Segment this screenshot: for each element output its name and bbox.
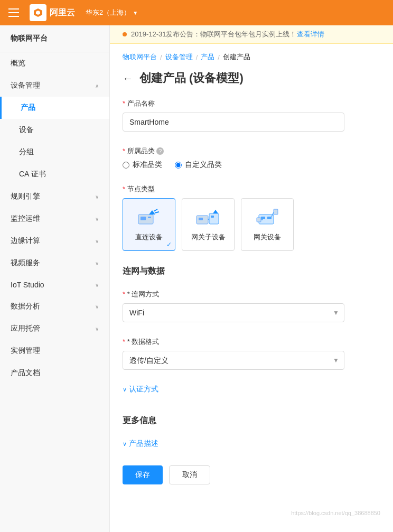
region-selector[interactable]: 华东2（上海） ▼ xyxy=(86,8,138,17)
hamburger-menu[interactable] xyxy=(8,5,23,20)
svg-rect-15 xyxy=(274,209,278,214)
breadcrumb-iot[interactable]: 物联网平台 xyxy=(123,52,157,62)
category-standard-text: 标准品类 xyxy=(133,160,162,170)
breadcrumb-products[interactable]: 产品 xyxy=(201,52,214,62)
breadcrumb-current: 创建产品 xyxy=(223,52,250,62)
breadcrumb: 物联网平台 / 设备管理 / 产品 / 创建产品 xyxy=(123,52,380,62)
gateway-device-icon xyxy=(255,207,280,228)
sidebar-item-product-docs[interactable]: 产品文档 xyxy=(0,362,109,384)
product-name-section: 产品名称 xyxy=(123,99,380,132)
connect-method-select-wrapper: WiFi 以太网 蜂窝(2G/3G/4G) LoRaWAN 其他 ▼ xyxy=(123,303,344,322)
logo-icon xyxy=(30,4,46,21)
category-label: 所属品类 ? xyxy=(123,146,380,156)
category-radio-group: 标准品类 自定义品类 xyxy=(123,160,380,170)
sidebar-item-edge-computing[interactable]: 边缘计算 ∨ xyxy=(0,230,109,252)
connect-method-select[interactable]: WiFi 以太网 蜂窝(2G/3G/4G) LoRaWAN 其他 xyxy=(123,303,344,322)
sidebar-item-groups[interactable]: 分组 xyxy=(0,141,109,163)
node-card-direct[interactable]: 直连设备 xyxy=(123,198,175,251)
category-custom-text: 自定义品类 xyxy=(185,160,222,170)
sidebar-item-device-management[interactable]: 设备管理 ∧ xyxy=(0,74,109,97)
region-dropdown-arrow: ▼ xyxy=(133,10,138,16)
main-layout: 物联网平台 概览 设备管理 ∧ 产品 设备 分组 CA 证书 规则引擎 ∨ xyxy=(0,25,393,532)
node-type-section: 节点类型 直连设备 xyxy=(123,184,380,251)
node-type-label: 节点类型 xyxy=(123,184,380,194)
sidebar-item-devices[interactable]: 设备 xyxy=(0,119,109,141)
device-management-chevron: ∧ xyxy=(95,83,99,89)
auth-method-chevron-icon: ∨ xyxy=(123,386,127,393)
category-help-icon[interactable]: ? xyxy=(156,147,164,155)
more-info-title: 更多信息 xyxy=(123,415,380,431)
gateway-sub-device-icon xyxy=(195,207,221,228)
node-card-gateway-sub[interactable]: 网关子设备 xyxy=(182,198,235,251)
page-title-row: ← 创建产品 (设备模型) xyxy=(123,70,380,86)
breadcrumb-sep-3: / xyxy=(218,53,220,61)
auth-method-collapse[interactable]: ∨ 认证方式 xyxy=(123,385,380,394)
category-custom-label[interactable]: 自定义品类 xyxy=(175,160,222,170)
sidebar-item-instance-mgmt[interactable]: 实例管理 xyxy=(0,340,109,362)
direct-device-label: 直连设备 xyxy=(135,232,163,242)
node-card-gateway[interactable]: 网关设备 xyxy=(241,198,294,251)
sidebar-item-ca-cert[interactable]: CA 证书 xyxy=(0,163,109,185)
data-format-select-wrapper: 透传/自定义 ICA标准数据格式（Alink JSON） ▼ xyxy=(123,351,344,370)
svg-marker-11 xyxy=(213,210,218,213)
product-name-input[interactable] xyxy=(123,113,344,132)
product-desc-collapse[interactable]: ∨ 产品描述 xyxy=(123,439,380,449)
announcement-link[interactable]: 查看详情 xyxy=(297,30,324,38)
data-format-section: * 数据格式 透传/自定义 ICA标准数据格式（Alink JSON） ▼ xyxy=(123,337,380,370)
direct-device-icon xyxy=(136,207,162,228)
svg-rect-1 xyxy=(141,217,146,220)
main-content: 2019-12-31发布公告：物联网平台包年包月实例上线！查看详情 物联网平台 … xyxy=(110,25,393,532)
product-desc-chevron-icon: ∨ xyxy=(123,441,127,447)
breadcrumb-device-mgmt[interactable]: 设备管理 xyxy=(165,52,193,62)
rule-engine-chevron: ∨ xyxy=(95,194,99,200)
sidebar-platform-title: 物联网平台 xyxy=(0,25,109,52)
product-desc-collapse-label: 产品描述 xyxy=(129,439,158,449)
app-hosting-chevron: ∨ xyxy=(95,326,99,332)
logo-text: 阿里云 xyxy=(50,7,75,18)
iot-studio-chevron: ∨ xyxy=(95,282,99,288)
sidebar-item-overview[interactable]: 概览 xyxy=(0,52,109,74)
gateway-device-label: 网关设备 xyxy=(254,232,281,242)
video-service-chevron: ∨ xyxy=(95,260,99,266)
connect-section-title: 连网与数据 xyxy=(123,266,380,281)
content-area: 物联网平台 / 设备管理 / 产品 / 创建产品 ← 创建产品 (设备模型) 产… xyxy=(110,44,393,506)
announcement-dot xyxy=(123,32,127,36)
page-title: 创建产品 (设备模型) xyxy=(139,70,244,86)
sidebar-item-app-hosting[interactable]: 应用托管 ∨ xyxy=(0,318,109,340)
sidebar-item-monitor-ops[interactable]: 监控运维 ∨ xyxy=(0,208,109,230)
sidebar-item-data-analysis[interactable]: 数据分析 ∨ xyxy=(0,295,109,318)
action-buttons: 保存 取消 xyxy=(123,465,380,484)
sidebar-item-iot-studio[interactable]: IoT Studio ∨ xyxy=(0,274,109,295)
svg-rect-7 xyxy=(199,218,203,220)
breadcrumb-sep-2: / xyxy=(196,53,198,61)
save-button[interactable]: 保存 xyxy=(123,465,163,484)
sidebar-item-products[interactable]: 产品 xyxy=(0,97,109,119)
gateway-sub-device-label: 网关子设备 xyxy=(191,232,226,242)
category-custom-radio[interactable] xyxy=(175,162,182,169)
connect-method-label: * 连网方式 xyxy=(123,290,380,299)
category-standard-radio[interactable] xyxy=(123,162,129,169)
svg-line-5 xyxy=(155,212,159,213)
region-text: 华东2（上海） xyxy=(86,8,130,17)
svg-rect-8 xyxy=(209,213,219,224)
category-section: 所属品类 ? 标准品类 自定义品类 xyxy=(123,146,380,170)
edge-computing-chevron: ∨ xyxy=(95,238,99,244)
svg-rect-9 xyxy=(211,216,214,218)
node-type-cards: 直连设备 网关 xyxy=(123,198,380,251)
connect-method-section: * 连网方式 WiFi 以太网 蜂窝(2G/3G/4G) LoRaWAN 其他 … xyxy=(123,290,380,322)
data-format-label: * 数据格式 xyxy=(123,337,380,347)
svg-rect-17 xyxy=(257,218,261,222)
sidebar-item-rule-engine[interactable]: 规则引擎 ∨ xyxy=(0,185,109,208)
product-name-label: 产品名称 xyxy=(123,99,380,108)
announcement-text: 2019-12-31发布公告：物联网平台包年包月实例上线！查看详情 xyxy=(131,30,324,39)
back-button[interactable]: ← xyxy=(123,72,133,85)
data-analysis-chevron: ∨ xyxy=(95,304,99,310)
category-standard-label[interactable]: 标准品类 xyxy=(123,160,162,170)
monitor-ops-chevron: ∨ xyxy=(95,216,99,222)
svg-rect-2 xyxy=(148,217,151,218)
data-format-select[interactable]: 透传/自定义 ICA标准数据格式（Alink JSON） xyxy=(123,351,344,370)
sidebar-item-video-service[interactable]: 视频服务 ∨ xyxy=(0,252,109,274)
top-nav: 阿里云 华东2（上海） ▼ xyxy=(0,0,393,25)
announcement-banner: 2019-12-31发布公告：物联网平台包年包月实例上线！查看详情 xyxy=(110,25,393,44)
cancel-button[interactable]: 取消 xyxy=(169,465,210,484)
